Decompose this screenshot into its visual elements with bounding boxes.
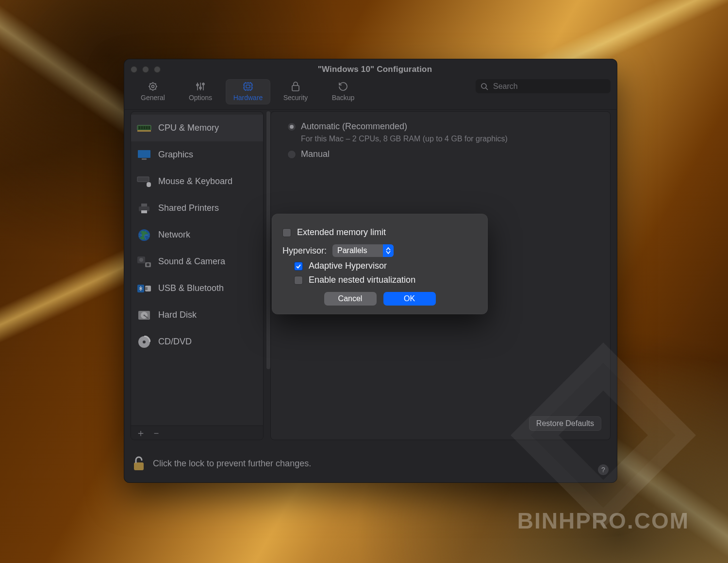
add-button[interactable]: ＋ bbox=[136, 428, 145, 438]
radio-icon bbox=[287, 150, 296, 159]
lock-text: Click the lock to prevent further change… bbox=[153, 459, 311, 469]
svg-rect-11 bbox=[139, 126, 140, 129]
minimize-icon[interactable] bbox=[142, 66, 149, 73]
sidebar-item-label: Sound & Camera bbox=[158, 256, 225, 267]
display-icon bbox=[136, 148, 152, 162]
hypervisor-label: Hypervisor: bbox=[282, 246, 327, 256]
cancel-button[interactable]: Cancel bbox=[324, 292, 377, 306]
gear-icon bbox=[146, 81, 160, 92]
select-value: Parallels bbox=[337, 246, 367, 255]
svg-rect-36 bbox=[134, 462, 144, 470]
tab-security[interactable]: Security bbox=[273, 79, 318, 104]
sidebar-item-mouse-keyboard[interactable]: Mouse & Keyboard bbox=[131, 168, 263, 195]
sheet-buttons: Cancel OK bbox=[282, 292, 477, 306]
window-title: "Windows 10" Configuration bbox=[173, 65, 577, 74]
close-icon[interactable] bbox=[131, 66, 137, 73]
tab-options[interactable]: Options bbox=[178, 79, 223, 104]
svg-rect-15 bbox=[149, 126, 150, 129]
globe-icon bbox=[136, 228, 152, 242]
svg-rect-12 bbox=[141, 126, 143, 129]
svg-rect-18 bbox=[137, 177, 149, 182]
checkbox-icon bbox=[294, 276, 303, 285]
tab-label: Backup bbox=[332, 94, 355, 102]
zoom-icon[interactable] bbox=[154, 66, 161, 73]
chevron-up-down-icon bbox=[383, 244, 394, 257]
sidebar-item-label: Hard Disk bbox=[158, 310, 197, 320]
remove-button[interactable]: － bbox=[151, 428, 160, 438]
sidebar-item-label: Graphics bbox=[158, 150, 193, 160]
sidebar-item-usb-bluetooth[interactable]: USB & Bluetooth bbox=[131, 275, 263, 302]
search-input[interactable] bbox=[492, 82, 606, 91]
svg-rect-16 bbox=[138, 150, 150, 158]
svg-rect-30 bbox=[145, 287, 148, 290]
svg-rect-17 bbox=[142, 158, 147, 160]
sidebar-item-cd-dvd[interactable]: CD/DVD bbox=[131, 328, 263, 355]
svg-point-1 bbox=[151, 85, 154, 87]
restore-defaults-button[interactable]: Restore Defaults bbox=[529, 416, 601, 431]
svg-rect-19 bbox=[147, 182, 151, 187]
tab-label: Hardware bbox=[233, 94, 263, 102]
radio-label: Automatic (Recommended) bbox=[301, 121, 407, 132]
help-button[interactable]: ? bbox=[598, 464, 609, 475]
extended-memory-row[interactable]: Extended memory limit bbox=[282, 227, 477, 238]
printer-icon bbox=[136, 201, 152, 216]
advanced-sheet: Extended memory limit Hypervisor: Parall… bbox=[272, 214, 488, 314]
svg-point-8 bbox=[481, 84, 486, 88]
tab-general[interactable]: General bbox=[131, 79, 175, 104]
sidebar-item-label: Mouse & Keyboard bbox=[158, 176, 232, 187]
sidebar-item-graphics[interactable]: Graphics bbox=[131, 141, 263, 168]
radio-label: Manual bbox=[301, 149, 330, 159]
unlock-icon[interactable] bbox=[132, 455, 146, 472]
checkbox-label: Adaptive Hypervisor bbox=[309, 261, 387, 271]
sidebar-item-network[interactable]: Network bbox=[131, 222, 263, 248]
speaker-camera-icon bbox=[136, 255, 152, 269]
sidebar-item-label: Network bbox=[158, 230, 190, 240]
usb-bluetooth-icon bbox=[136, 281, 152, 296]
sidebar-item-label: Shared Printers bbox=[158, 203, 219, 213]
sidebar: CPU & Memory Graphics Mouse & Keyboard bbox=[131, 111, 264, 440]
keyboard-mouse-icon bbox=[136, 174, 152, 189]
sidebar-item-label: CD/DVD bbox=[158, 337, 192, 347]
sidebar-list: CPU & Memory Graphics Mouse & Keyboard bbox=[131, 112, 263, 426]
radio-automatic[interactable]: Automatic (Recommended) bbox=[287, 121, 599, 132]
sidebar-item-cpu-memory[interactable]: CPU & Memory bbox=[131, 115, 263, 141]
memory-icon bbox=[136, 121, 152, 136]
sidebar-item-hard-disk[interactable]: Hard Disk bbox=[131, 302, 263, 328]
sidebar-item-label: CPU & Memory bbox=[158, 123, 219, 133]
svg-rect-22 bbox=[141, 210, 147, 213]
sidebar-item-shared-printers[interactable]: Shared Printers bbox=[131, 195, 263, 222]
disc-icon bbox=[136, 335, 152, 349]
svg-rect-14 bbox=[146, 126, 148, 129]
checkbox-icon bbox=[282, 228, 291, 237]
svg-point-35 bbox=[143, 341, 146, 343]
tab-backup[interactable]: Backup bbox=[321, 79, 365, 104]
tab-label: Options bbox=[189, 94, 212, 102]
svg-point-25 bbox=[139, 258, 143, 262]
lock-icon bbox=[289, 81, 302, 92]
search-field[interactable] bbox=[476, 79, 611, 93]
svg-point-0 bbox=[149, 83, 156, 90]
hypervisor-select[interactable]: Parallels bbox=[332, 244, 394, 257]
tab-hardware[interactable]: Hardware bbox=[226, 79, 270, 104]
window-titlebar: "Windows 10" Configuration bbox=[124, 59, 617, 77]
svg-rect-13 bbox=[144, 126, 145, 129]
sidebar-scrollbar[interactable] bbox=[266, 111, 270, 369]
sidebar-item-sound-camera[interactable]: Sound & Camera bbox=[131, 248, 263, 275]
svg-point-27 bbox=[147, 263, 149, 266]
svg-rect-5 bbox=[244, 83, 252, 90]
svg-rect-10 bbox=[137, 130, 151, 132]
backup-icon bbox=[336, 81, 350, 92]
toolbar: General Options Hardware Security Backup bbox=[124, 77, 617, 110]
checkbox-label: Extended memory limit bbox=[297, 227, 386, 238]
checkbox-icon bbox=[294, 262, 303, 271]
tab-label: Security bbox=[283, 94, 308, 102]
sidebar-footer: ＋ － bbox=[131, 426, 263, 440]
tab-label: General bbox=[141, 94, 165, 102]
radio-icon bbox=[287, 122, 296, 131]
lock-bar: Click the lock to prevent further change… bbox=[132, 450, 610, 477]
radio-manual[interactable]: Manual bbox=[287, 149, 599, 159]
automatic-subtext: For this Mac – 2 CPUs, 8 GB RAM (up to 4… bbox=[301, 135, 599, 143]
ok-button[interactable]: OK bbox=[383, 292, 436, 306]
adaptive-hypervisor-row[interactable]: Adaptive Hypervisor bbox=[294, 261, 477, 271]
nested-virtualization-row[interactable]: Enable nested virtualization bbox=[294, 275, 477, 285]
